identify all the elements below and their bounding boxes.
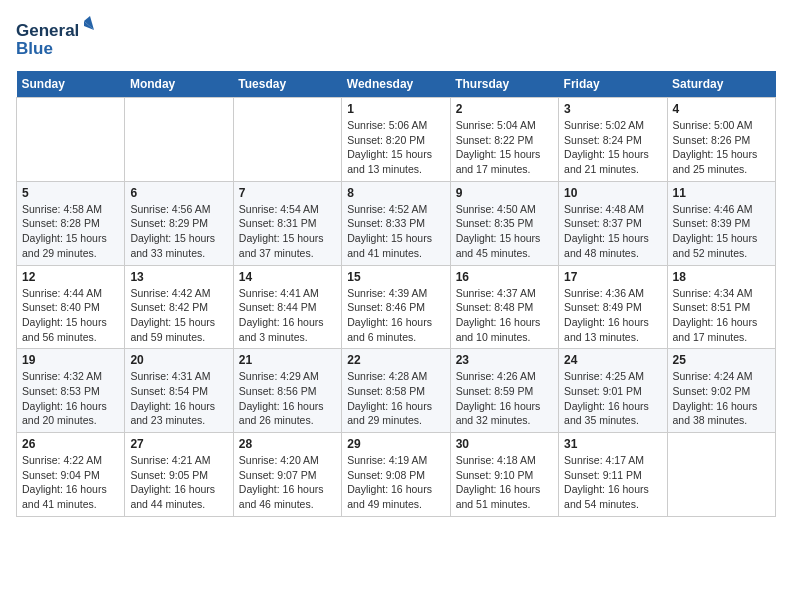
day-number: 17	[564, 270, 661, 284]
weekday-header: Sunday	[17, 71, 125, 98]
day-info: Sunrise: 4:22 AM Sunset: 9:04 PM Dayligh…	[22, 453, 119, 512]
day-number: 30	[456, 437, 553, 451]
day-info: Sunrise: 4:28 AM Sunset: 8:58 PM Dayligh…	[347, 369, 444, 428]
calendar-cell: 4Sunrise: 5:00 AM Sunset: 8:26 PM Daylig…	[667, 98, 775, 182]
calendar-table: SundayMondayTuesdayWednesdayThursdayFrid…	[16, 71, 776, 517]
calendar-cell: 9Sunrise: 4:50 AM Sunset: 8:35 PM Daylig…	[450, 181, 558, 265]
day-info: Sunrise: 4:18 AM Sunset: 9:10 PM Dayligh…	[456, 453, 553, 512]
day-number: 11	[673, 186, 770, 200]
day-number: 24	[564, 353, 661, 367]
svg-text:Blue: Blue	[16, 39, 53, 58]
calendar-cell: 8Sunrise: 4:52 AM Sunset: 8:33 PM Daylig…	[342, 181, 450, 265]
calendar-cell: 23Sunrise: 4:26 AM Sunset: 8:59 PM Dayli…	[450, 349, 558, 433]
logo: General Blue	[16, 16, 96, 61]
day-number: 21	[239, 353, 336, 367]
calendar-week-row: 5Sunrise: 4:58 AM Sunset: 8:28 PM Daylig…	[17, 181, 776, 265]
day-number: 6	[130, 186, 227, 200]
day-info: Sunrise: 4:26 AM Sunset: 8:59 PM Dayligh…	[456, 369, 553, 428]
day-number: 9	[456, 186, 553, 200]
calendar-cell: 16Sunrise: 4:37 AM Sunset: 8:48 PM Dayli…	[450, 265, 558, 349]
day-number: 31	[564, 437, 661, 451]
calendar-cell: 6Sunrise: 4:56 AM Sunset: 8:29 PM Daylig…	[125, 181, 233, 265]
day-info: Sunrise: 4:31 AM Sunset: 8:54 PM Dayligh…	[130, 369, 227, 428]
day-number: 12	[22, 270, 119, 284]
calendar-cell: 20Sunrise: 4:31 AM Sunset: 8:54 PM Dayli…	[125, 349, 233, 433]
calendar-cell: 21Sunrise: 4:29 AM Sunset: 8:56 PM Dayli…	[233, 349, 341, 433]
calendar-header-row: SundayMondayTuesdayWednesdayThursdayFrid…	[17, 71, 776, 98]
calendar-cell: 15Sunrise: 4:39 AM Sunset: 8:46 PM Dayli…	[342, 265, 450, 349]
day-number: 19	[22, 353, 119, 367]
day-info: Sunrise: 4:42 AM Sunset: 8:42 PM Dayligh…	[130, 286, 227, 345]
calendar-cell: 13Sunrise: 4:42 AM Sunset: 8:42 PM Dayli…	[125, 265, 233, 349]
calendar-cell: 7Sunrise: 4:54 AM Sunset: 8:31 PM Daylig…	[233, 181, 341, 265]
page-header: General Blue	[16, 16, 776, 61]
day-number: 4	[673, 102, 770, 116]
day-number: 23	[456, 353, 553, 367]
calendar-cell: 5Sunrise: 4:58 AM Sunset: 8:28 PM Daylig…	[17, 181, 125, 265]
weekday-header: Wednesday	[342, 71, 450, 98]
day-number: 5	[22, 186, 119, 200]
day-number: 29	[347, 437, 444, 451]
day-info: Sunrise: 4:20 AM Sunset: 9:07 PM Dayligh…	[239, 453, 336, 512]
calendar-cell	[667, 433, 775, 517]
day-number: 3	[564, 102, 661, 116]
calendar-week-row: 19Sunrise: 4:32 AM Sunset: 8:53 PM Dayli…	[17, 349, 776, 433]
calendar-cell: 12Sunrise: 4:44 AM Sunset: 8:40 PM Dayli…	[17, 265, 125, 349]
calendar-cell: 30Sunrise: 4:18 AM Sunset: 9:10 PM Dayli…	[450, 433, 558, 517]
calendar-week-row: 26Sunrise: 4:22 AM Sunset: 9:04 PM Dayli…	[17, 433, 776, 517]
calendar-cell: 27Sunrise: 4:21 AM Sunset: 9:05 PM Dayli…	[125, 433, 233, 517]
weekday-header: Monday	[125, 71, 233, 98]
svg-text:General: General	[16, 21, 79, 40]
calendar-cell: 17Sunrise: 4:36 AM Sunset: 8:49 PM Dayli…	[559, 265, 667, 349]
day-number: 7	[239, 186, 336, 200]
calendar-cell	[17, 98, 125, 182]
calendar-cell: 14Sunrise: 4:41 AM Sunset: 8:44 PM Dayli…	[233, 265, 341, 349]
calendar-cell: 1Sunrise: 5:06 AM Sunset: 8:20 PM Daylig…	[342, 98, 450, 182]
day-info: Sunrise: 4:39 AM Sunset: 8:46 PM Dayligh…	[347, 286, 444, 345]
calendar-cell: 22Sunrise: 4:28 AM Sunset: 8:58 PM Dayli…	[342, 349, 450, 433]
day-info: Sunrise: 4:32 AM Sunset: 8:53 PM Dayligh…	[22, 369, 119, 428]
calendar-cell: 31Sunrise: 4:17 AM Sunset: 9:11 PM Dayli…	[559, 433, 667, 517]
logo-icon: General Blue	[16, 16, 96, 61]
day-info: Sunrise: 4:54 AM Sunset: 8:31 PM Dayligh…	[239, 202, 336, 261]
day-number: 15	[347, 270, 444, 284]
weekday-header: Thursday	[450, 71, 558, 98]
day-info: Sunrise: 5:06 AM Sunset: 8:20 PM Dayligh…	[347, 118, 444, 177]
day-number: 22	[347, 353, 444, 367]
day-info: Sunrise: 4:37 AM Sunset: 8:48 PM Dayligh…	[456, 286, 553, 345]
day-info: Sunrise: 5:02 AM Sunset: 8:24 PM Dayligh…	[564, 118, 661, 177]
weekday-header: Friday	[559, 71, 667, 98]
day-number: 2	[456, 102, 553, 116]
calendar-cell: 11Sunrise: 4:46 AM Sunset: 8:39 PM Dayli…	[667, 181, 775, 265]
calendar-cell: 26Sunrise: 4:22 AM Sunset: 9:04 PM Dayli…	[17, 433, 125, 517]
day-number: 26	[22, 437, 119, 451]
calendar-cell: 25Sunrise: 4:24 AM Sunset: 9:02 PM Dayli…	[667, 349, 775, 433]
calendar-cell: 3Sunrise: 5:02 AM Sunset: 8:24 PM Daylig…	[559, 98, 667, 182]
day-info: Sunrise: 4:17 AM Sunset: 9:11 PM Dayligh…	[564, 453, 661, 512]
day-number: 28	[239, 437, 336, 451]
day-info: Sunrise: 4:41 AM Sunset: 8:44 PM Dayligh…	[239, 286, 336, 345]
weekday-header: Tuesday	[233, 71, 341, 98]
day-info: Sunrise: 4:24 AM Sunset: 9:02 PM Dayligh…	[673, 369, 770, 428]
day-number: 20	[130, 353, 227, 367]
day-number: 1	[347, 102, 444, 116]
day-info: Sunrise: 4:46 AM Sunset: 8:39 PM Dayligh…	[673, 202, 770, 261]
day-number: 14	[239, 270, 336, 284]
day-info: Sunrise: 4:25 AM Sunset: 9:01 PM Dayligh…	[564, 369, 661, 428]
calendar-cell: 10Sunrise: 4:48 AM Sunset: 8:37 PM Dayli…	[559, 181, 667, 265]
weekday-header: Saturday	[667, 71, 775, 98]
day-info: Sunrise: 4:44 AM Sunset: 8:40 PM Dayligh…	[22, 286, 119, 345]
day-info: Sunrise: 4:34 AM Sunset: 8:51 PM Dayligh…	[673, 286, 770, 345]
day-info: Sunrise: 4:29 AM Sunset: 8:56 PM Dayligh…	[239, 369, 336, 428]
calendar-cell: 2Sunrise: 5:04 AM Sunset: 8:22 PM Daylig…	[450, 98, 558, 182]
day-number: 13	[130, 270, 227, 284]
day-number: 25	[673, 353, 770, 367]
day-number: 10	[564, 186, 661, 200]
calendar-week-row: 12Sunrise: 4:44 AM Sunset: 8:40 PM Dayli…	[17, 265, 776, 349]
calendar-week-row: 1Sunrise: 5:06 AM Sunset: 8:20 PM Daylig…	[17, 98, 776, 182]
day-info: Sunrise: 4:36 AM Sunset: 8:49 PM Dayligh…	[564, 286, 661, 345]
calendar-cell: 19Sunrise: 4:32 AM Sunset: 8:53 PM Dayli…	[17, 349, 125, 433]
calendar-cell	[233, 98, 341, 182]
day-info: Sunrise: 4:58 AM Sunset: 8:28 PM Dayligh…	[22, 202, 119, 261]
day-number: 18	[673, 270, 770, 284]
